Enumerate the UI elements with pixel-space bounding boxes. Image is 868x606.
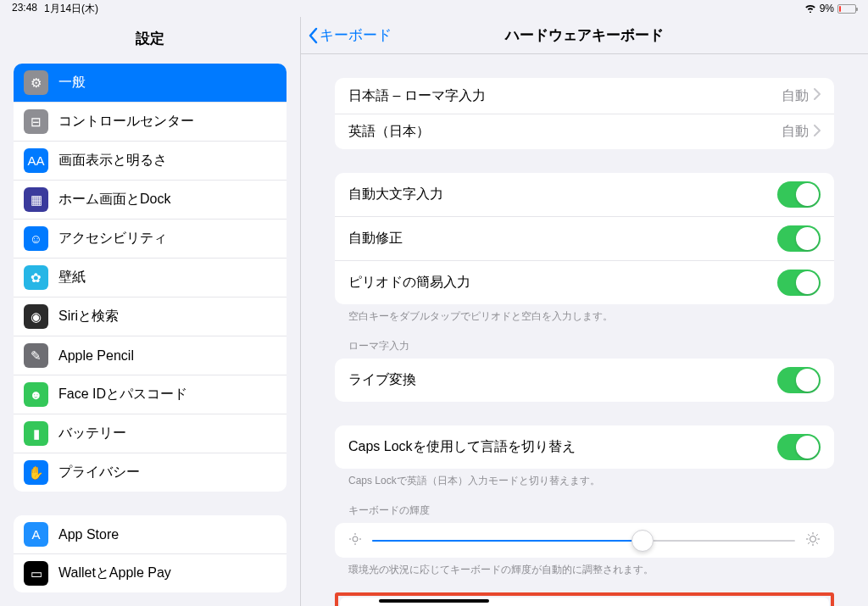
keyboard-layout-row[interactable]: 英語（日本）自動 [335,114,834,149]
sidebar-item-accessibility[interactable]: ☺アクセシビリティ [14,219,287,258]
sidebar-item-label: バッテリー [58,425,276,442]
wifi-icon [804,3,816,15]
sidebar-item-label: アクセシビリティ [58,230,276,247]
toggle-switch[interactable] [777,181,821,208]
battery-icon [837,4,856,14]
romaji-header: ローマ字入力 [335,324,834,359]
toggle-switch[interactable] [777,225,821,252]
caps-lock-row[interactable]: Caps Lockを使用して言語を切り替え [335,425,834,469]
toggle-label: 自動修正 [348,230,777,247]
sidebar-item-label: 画面表示と明るさ [58,152,276,170]
sidebar-item-faceid[interactable]: ☻Face IDとパスコード [14,375,287,414]
siri-icon: ◉ [24,304,48,329]
apple-pencil-icon: ✎ [24,343,48,368]
svg-point-0 [353,537,358,542]
nav-back-label: キーボード [320,25,392,45]
live-conversion-switch[interactable] [777,367,821,393]
sidebar-item-label: Siriと検索 [58,308,276,325]
brightness-slider-row [335,523,834,558]
layout-value: 自動 [782,123,809,141]
sidebar-item-label: 一般 [58,74,276,92]
detail-pane: キーボード ハードウェアキーボード 日本語 – ローマ字入力自動英語（日本）自動… [301,17,868,606]
home-dock-icon: ▦ [24,187,48,212]
sidebar-item-display[interactable]: AA画面表示と明るさ [14,141,287,180]
sidebar-item-general[interactable]: ⚙一般 [14,64,287,102]
appstore-icon: A [24,522,48,547]
svg-line-10 [808,534,810,536]
control-center-icon: ⊟ [24,109,48,134]
sidebar-item-label: ホーム画面とDock [58,191,276,208]
brightness-slider[interactable] [372,540,795,542]
brightness-header: キーボードの輝度 [335,488,834,523]
sidebar-item-label: 壁紙 [58,269,276,286]
auto-settings-footer: 空白キーをダブルタップでピリオドと空白を入力します。 [335,304,834,324]
sidebar-item-label: Apple Pencil [58,348,276,364]
sidebar-item-label: Face IDとパスコード [58,386,276,403]
accessibility-icon: ☺ [24,226,48,251]
sidebar-item-wallpaper[interactable]: ✿壁紙 [14,258,287,297]
faceid-icon: ☻ [24,382,48,407]
status-date: 1月14日(木) [44,2,98,16]
toggle-row[interactable]: 自動大文字入力 [335,173,834,216]
keyboard-layout-row[interactable]: 日本語 – ローマ字入力自動 [335,78,834,114]
sidebar: 設定 ⚙一般⊟コントロールセンターAA画面表示と明るさ▦ホーム画面とDock☺ア… [0,17,301,606]
chevron-right-icon [814,88,821,103]
toggle-row[interactable]: ピリオドの簡易入力 [335,260,834,304]
toggle-row[interactable]: 自動修正 [335,216,834,260]
nav-title: ハードウェアキーボード [505,25,664,45]
caps-lock-label: Caps Lockを使用して言語を切り替え [348,438,777,456]
svg-line-12 [808,542,810,544]
layout-value: 自動 [782,87,809,105]
sidebar-item-label: App Store [58,527,276,542]
layout-label: 日本語 – ローマ字入力 [348,87,782,105]
live-conversion-label: ライブ変換 [348,371,777,389]
sidebar-item-label: プライバシー [58,464,276,481]
layout-label: 英語（日本） [348,123,782,141]
battery-pct: 9% [820,3,834,14]
keyboard-layouts-group: 日本語 – ローマ字入力自動英語（日本）自動 [335,78,834,149]
svg-line-11 [816,542,818,544]
sidebar-item-home-dock[interactable]: ▦ホーム画面とDock [14,180,287,219]
toggle-switch[interactable] [777,270,821,296]
svg-line-13 [816,534,818,536]
sidebar-item-label: コントロールセンター [58,113,276,131]
battery-icon: ▮ [24,421,48,446]
toggle-label: 自動大文字入力 [348,186,777,203]
privacy-icon: ✋ [24,460,48,485]
svg-point-5 [810,537,816,542]
chevron-right-icon [814,125,821,140]
display-icon: AA [24,148,48,173]
status-time: 23:48 [12,2,37,16]
caps-lock-switch[interactable] [777,434,821,460]
nav-bar: キーボード ハードウェアキーボード [301,17,868,54]
status-bar: 23:48 1月14日(木) 9% [0,0,868,17]
sidebar-item-apple-pencil[interactable]: ✎Apple Pencil [14,336,287,375]
caps-lock-footer: Caps Lockで英語（日本）入力モードと切り替えます。 [335,469,834,488]
caps-lock-group: Caps Lockを使用して言語を切り替え [335,425,834,469]
wallet-icon: ▭ [24,561,48,586]
sidebar-item-battery[interactable]: ▮バッテリー [14,414,287,453]
live-conversion-row[interactable]: ライブ変換 [335,359,834,402]
brightness-footer: 環境光の状況に応じてキーボードの輝度が自動的に調整されます。 [335,558,834,577]
sidebar-item-privacy[interactable]: ✋プライバシー [14,453,287,492]
brightness-low-icon [348,532,362,548]
toggle-label: ピリオドの簡易入力 [348,274,777,292]
sidebar-item-control-center[interactable]: ⊟コントロールセンター [14,102,287,141]
general-icon: ⚙ [24,70,48,95]
home-indicator [379,599,489,603]
sidebar-item-label: WalletとApple Pay [58,564,276,582]
sidebar-item-appstore[interactable]: AApp Store [14,515,287,553]
wallpaper-icon: ✿ [24,265,48,290]
sidebar-item-siri[interactable]: ◉Siriと検索 [14,297,287,336]
brightness-high-icon [805,531,821,549]
sidebar-item-wallet[interactable]: ▭WalletとApple Pay [14,553,287,592]
auto-settings-group: 自動大文字入力自動修正ピリオドの簡易入力 [335,173,834,304]
sidebar-title: 設定 [0,17,300,64]
live-conversion-group: ライブ変換 [335,359,834,402]
nav-back-button[interactable]: キーボード [308,17,392,53]
